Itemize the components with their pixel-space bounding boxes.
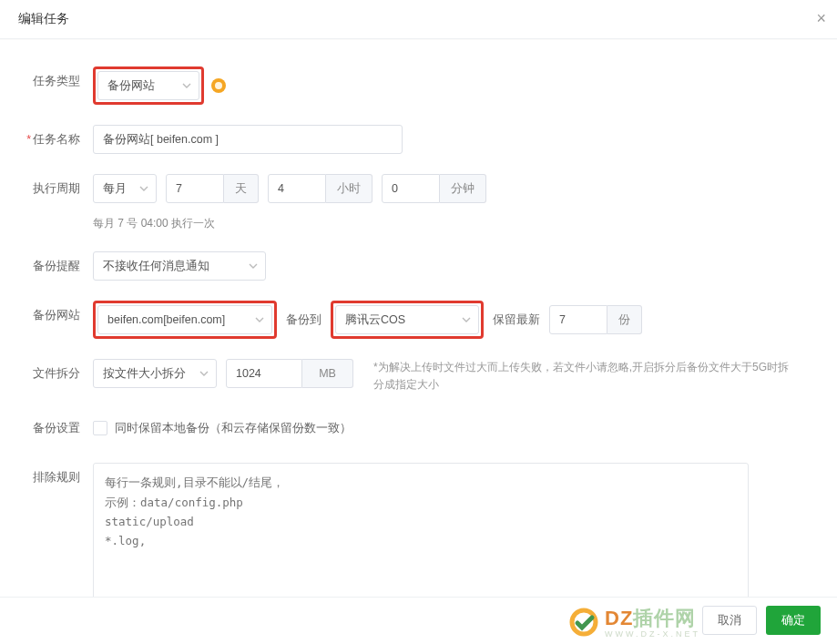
row-task-name: *任务名称	[18, 125, 819, 154]
period-day-input-wrap	[166, 174, 224, 203]
label-notify: 备份提醒	[18, 251, 93, 281]
keep-local-checkbox[interactable]	[93, 421, 107, 435]
label-dest: 备份到	[286, 305, 322, 334]
task-name-input[interactable]	[103, 126, 393, 153]
label-setting: 备份设置	[18, 414, 93, 443]
task-type-select[interactable]: 备份网站	[97, 71, 199, 100]
highlight-task-type: 备份网站	[93, 66, 204, 105]
row-period: 执行周期 每月 天 小时 分钟	[18, 174, 819, 203]
row-split: 文件拆分 按文件大小拆分 MB *为解决上传时文件过大而上传失败，若文件小请忽略…	[18, 359, 819, 394]
split-note: *为解决上传时文件过大而上传失败，若文件小请忽略,开启拆分后备份文件大于5G时拆…	[373, 359, 792, 394]
watermark-logo-icon	[568, 607, 599, 638]
chevron-down-icon	[139, 186, 148, 191]
modal-title: 编辑任务	[18, 11, 69, 27]
highlight-site: beifen.com[beifen.com]	[93, 301, 277, 339]
task-type-value: 备份网站	[107, 78, 155, 94]
split-size-unit: MB	[302, 359, 353, 388]
label-exclude: 排除规则	[18, 463, 93, 492]
label-keep: 保留最新	[493, 305, 540, 334]
period-day-pair: 天	[166, 174, 259, 203]
split-size-input-wrap	[226, 359, 302, 388]
dest-select[interactable]: 腾讯云COS	[335, 305, 479, 334]
period-minute-input-wrap	[382, 174, 440, 203]
highlight-dest: 腾讯云COS	[331, 301, 484, 339]
dest-value: 腾讯云COS	[345, 312, 405, 328]
watermark-brand-a: DZ	[605, 607, 633, 629]
label-period: 执行周期	[18, 174, 93, 203]
coin-icon	[211, 78, 226, 93]
split-size-pair: MB	[226, 359, 353, 388]
label-task-type: 任务类型	[18, 66, 93, 96]
watermark-brand-b: 插件网	[633, 607, 696, 629]
chevron-down-icon	[182, 83, 191, 88]
watermark-sub: WWW.DZ-X.NET	[605, 629, 700, 639]
period-minute-input[interactable]	[392, 182, 430, 195]
chevron-down-icon	[255, 317, 264, 322]
row-period-hint: 每月 7 号 04:00 执行一次	[18, 210, 819, 231]
label-task-name: *任务名称	[18, 125, 93, 154]
keep-local-label: 同时保留本地备份（和云存储保留份数一致）	[115, 414, 352, 443]
period-minute-unit: 分钟	[440, 174, 486, 203]
keep-unit: 份	[607, 305, 642, 334]
label-split: 文件拆分	[18, 359, 93, 388]
row-site-dest: 备份网站 beifen.com[beifen.com] 备份到 腾讯云COS 保…	[18, 301, 819, 339]
modal-footer: DZ插件网 WWW.DZ-X.NET 取消 确定	[0, 597, 837, 644]
task-name-input-wrap	[93, 125, 403, 154]
period-hour-unit: 小时	[326, 174, 373, 203]
exclude-textarea[interactable]	[93, 463, 749, 596]
cancel-button[interactable]: 取消	[702, 606, 757, 635]
chevron-down-icon	[199, 371, 209, 376]
site-select[interactable]: beifen.com[beifen.com]	[97, 305, 272, 334]
notify-value: 不接收任何消息通知	[103, 259, 209, 274]
label-site: 备份网站	[18, 301, 93, 330]
period-day-input[interactable]	[176, 182, 214, 195]
chevron-down-icon	[249, 263, 258, 269]
row-setting: 备份设置 同时保留本地备份（和云存储保留份数一致）	[18, 414, 819, 443]
keep-input-wrap	[549, 305, 607, 334]
chevron-down-icon	[462, 317, 471, 322]
period-hour-input-wrap	[268, 174, 326, 203]
row-task-type: 任务类型 备份网站	[18, 66, 819, 105]
period-freq-select[interactable]: 每月	[93, 174, 157, 203]
row-exclude: 排除规则	[18, 463, 819, 596]
period-hour-input[interactable]	[278, 182, 316, 195]
period-minute-pair: 分钟	[382, 174, 486, 203]
split-mode-value: 按文件大小拆分	[103, 366, 186, 382]
close-icon[interactable]: ×	[816, 9, 826, 28]
keep-pair: 份	[549, 305, 642, 334]
period-hour-pair: 小时	[268, 174, 373, 203]
keep-input[interactable]	[559, 313, 597, 326]
row-notify: 备份提醒 不接收任何消息通知	[18, 251, 819, 281]
period-freq-value: 每月	[103, 181, 127, 197]
modal-header: 编辑任务 ×	[0, 0, 837, 39]
period-hint: 每月 7 号 04:00 执行一次	[93, 216, 215, 231]
period-day-unit: 天	[224, 174, 259, 203]
split-size-input[interactable]	[236, 367, 292, 380]
modal-body: 任务类型 备份网站 *任务名称	[0, 39, 837, 597]
site-value: beifen.com[beifen.com]	[107, 313, 225, 326]
notify-select[interactable]: 不接收任何消息通知	[93, 251, 266, 281]
split-mode-select[interactable]: 按文件大小拆分	[93, 359, 217, 388]
ok-button[interactable]: 确定	[766, 606, 821, 635]
edit-task-modal: 编辑任务 × 任务类型 备份网站 *任务名称	[0, 0, 837, 644]
watermark: DZ插件网 WWW.DZ-X.NET	[568, 605, 700, 639]
